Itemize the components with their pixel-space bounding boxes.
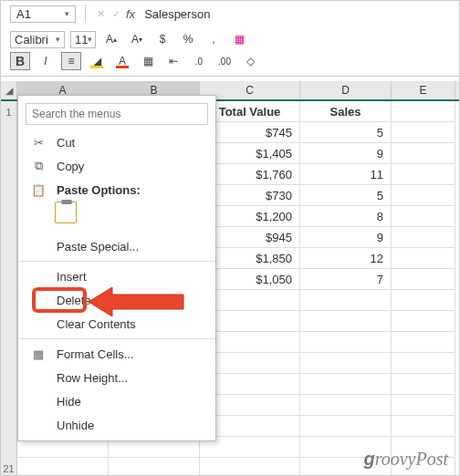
comma-format-icon[interactable]: , (204, 30, 224, 48)
align-button[interactable]: ≡ (61, 52, 81, 70)
font-color-button[interactable]: A (112, 52, 132, 70)
name-box-value: A1 (16, 7, 31, 21)
chevron-down-icon: ▾ (65, 9, 69, 18)
accounting-format-icon[interactable]: $ (152, 30, 172, 48)
bold-button[interactable]: B (10, 52, 30, 70)
menu-copy[interactable]: ⧉ Copy (18, 154, 215, 178)
name-box[interactable]: A1 ▾ (10, 5, 76, 23)
font-size-select[interactable]: 11 ▾ (70, 31, 96, 48)
cell[interactable] (392, 101, 455, 122)
menu-cut[interactable]: ✂ Cut (18, 130, 215, 154)
paste-icon: 📋 (31, 182, 46, 197)
chevron-down-icon: ▾ (56, 35, 60, 44)
chevron-down-icon: ▾ (88, 35, 92, 44)
fx-icon[interactable]: fx (126, 7, 135, 21)
menu-hide[interactable]: Hide (18, 389, 215, 413)
menu-separator (18, 261, 215, 262)
percent-format-icon[interactable]: % (178, 30, 198, 48)
watermark: ggroovyPostroovyPost (363, 449, 448, 470)
font-name-select[interactable]: Calibri ▾ (10, 31, 65, 48)
italic-button[interactable]: I (36, 52, 56, 70)
fill-color-button[interactable]: ◢ (87, 52, 107, 70)
menu-row-height[interactable]: Row Height... (18, 366, 215, 389)
check-icon: ✓ (112, 8, 120, 20)
menu-insert[interactable]: Insert (18, 264, 215, 288)
conditional-format-icon[interactable]: ▦ (229, 30, 249, 48)
menu-clear-contents[interactable]: Clear Contents (18, 312, 215, 336)
formula-bar[interactable]: Salesperson (144, 7, 210, 21)
menu-paste-options: 📋 Paste Options: (18, 178, 215, 202)
select-all-corner[interactable]: ◢ (1, 81, 17, 99)
menu-unhide[interactable]: Unhide (18, 413, 215, 437)
cancel-icon: ✕ (97, 8, 105, 20)
menu-format-cells[interactable]: ▦ Format Cells... (18, 342, 215, 366)
col-header-d[interactable]: D (300, 81, 392, 99)
col-header-e[interactable]: E (392, 81, 455, 99)
decrease-decimal-icon[interactable]: .00 (214, 52, 235, 70)
increase-decimal-icon[interactable]: .0 (189, 52, 209, 70)
ribbon: Calibri ▾ 11 ▾ A▴ A▾ $ % , ▦ B I ≡ ◢ A ▦… (1, 26, 459, 77)
divider (85, 5, 86, 23)
borders-button[interactable]: ▦ (138, 52, 158, 70)
cut-icon: ✂ (31, 135, 46, 150)
merge-button[interactable]: ⇤ (163, 52, 183, 70)
menu-search-input[interactable] (26, 103, 208, 125)
clear-format-icon[interactable]: ◇ (240, 52, 260, 70)
menu-delete[interactable]: Delete (18, 288, 215, 312)
menu-separator (18, 338, 215, 339)
format-cells-icon: ▦ (31, 347, 46, 361)
increase-font-icon[interactable]: A▴ (101, 30, 121, 48)
paste-clipboard-icon[interactable] (55, 202, 77, 223)
context-menu: ✂ Cut ⧉ Copy 📋 Paste Options: Paste Spec… (17, 95, 216, 441)
decrease-font-icon[interactable]: A▾ (127, 30, 147, 48)
header-cell[interactable]: Sales (300, 101, 392, 122)
row-header[interactable]: 1 (1, 101, 17, 122)
menu-paste-special[interactable]: Paste Special... (18, 234, 215, 258)
copy-icon: ⧉ (31, 159, 46, 173)
